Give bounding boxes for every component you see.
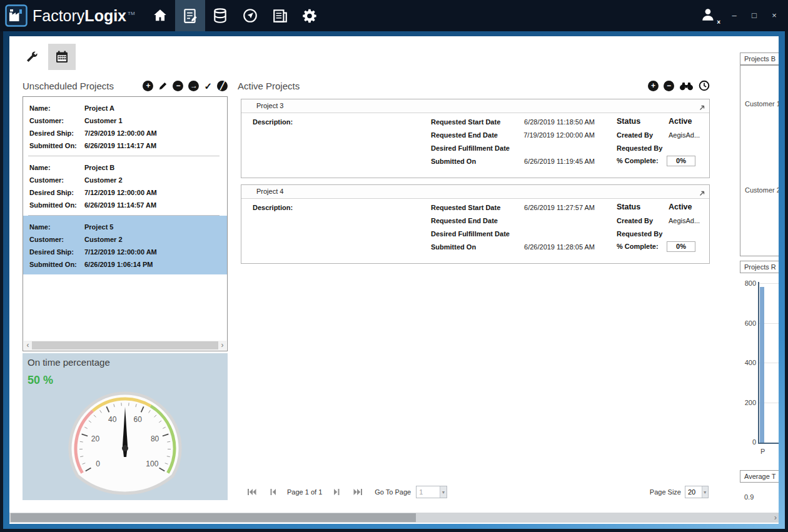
maximize-button[interactable]: □ bbox=[749, 11, 759, 21]
scroll-right-arrow[interactable]: › bbox=[218, 341, 226, 349]
schedule-project-button[interactable]: → bbox=[188, 81, 199, 91]
status-value: Active bbox=[669, 203, 692, 211]
y-tick: 800 bbox=[740, 279, 756, 287]
brand-text: FactoryLogixTM bbox=[33, 7, 135, 25]
prev-page-button[interactable] bbox=[266, 486, 280, 498]
requested-by-label: Requested By bbox=[617, 144, 662, 152]
last-page-icon bbox=[353, 488, 363, 496]
goto-page-combo[interactable]: ▼ bbox=[416, 486, 447, 498]
created-by-value: AegisAd... bbox=[669, 217, 700, 224]
customer-1-label: Customer 1 bbox=[745, 100, 779, 108]
accept-button[interactable]: ✓ bbox=[204, 81, 212, 91]
find-button[interactable] bbox=[679, 81, 694, 91]
average-panel-header[interactable]: Average T bbox=[740, 470, 779, 483]
pct-complete-label: % Complete: bbox=[617, 243, 659, 250]
svg-text:60: 60 bbox=[134, 415, 143, 424]
x-axis bbox=[758, 443, 779, 444]
next-page-button[interactable] bbox=[330, 486, 343, 498]
list-item-project-5-selected[interactable]: Name:Project 5 Customer:Customer 2 Desir… bbox=[23, 216, 227, 274]
list-horizontal-scrollbar[interactable]: ‹ › bbox=[24, 341, 226, 350]
active-title: Active Projects bbox=[238, 81, 300, 91]
requested-start-label: Requested Start Date bbox=[431, 118, 500, 126]
app-root: { "titlebar": { "brand_factory": "Factor… bbox=[0, 0, 788, 532]
submitted-on-label: Submitted On bbox=[431, 158, 476, 165]
nav-database[interactable] bbox=[205, 0, 235, 31]
nav-scheduling[interactable] bbox=[175, 0, 205, 31]
first-page-button[interactable] bbox=[245, 486, 258, 498]
y-tick: 200 bbox=[740, 399, 756, 406]
submitted-on-value: 6/26/2019 11:28:05 AM bbox=[524, 243, 595, 251]
desired-fulfillment-label: Desired Fulfillment Date bbox=[431, 144, 510, 152]
active-toolbar: + − bbox=[648, 80, 710, 91]
scroll-right-arrow[interactable]: › bbox=[774, 513, 777, 523]
status-label: Status bbox=[617, 117, 640, 126]
projects-r-panel-header[interactable]: Projects R bbox=[740, 261, 779, 273]
created-by-value: AegisAd... bbox=[669, 131, 700, 139]
goto-page-input[interactable] bbox=[417, 486, 440, 498]
edit-project-button[interactable] bbox=[158, 81, 168, 91]
calendar-icon bbox=[55, 50, 69, 64]
scrollbar-thumb[interactable] bbox=[32, 341, 218, 349]
app-logo: FactoryLogixTM bbox=[0, 4, 135, 27]
projects-by-panel-header[interactable]: Projects B bbox=[740, 53, 779, 65]
x-axis-label-partial: P bbox=[760, 448, 765, 455]
y-tick: 600 bbox=[740, 319, 756, 327]
next-page-icon bbox=[332, 488, 341, 496]
user-icon bbox=[700, 7, 717, 23]
card-project-name: Project 4 bbox=[256, 188, 283, 195]
desired-fulfillment-label: Desired Fulfillment Date bbox=[431, 230, 510, 238]
requested-end-label: Requested End Date bbox=[431, 131, 498, 139]
news-report-icon bbox=[272, 8, 288, 24]
nav-navigator[interactable] bbox=[235, 0, 265, 31]
svg-text:20: 20 bbox=[91, 434, 100, 443]
svg-text:80: 80 bbox=[151, 434, 159, 443]
pencil-icon bbox=[158, 81, 168, 91]
page-size-combo[interactable]: ▼ bbox=[685, 486, 709, 498]
scrollbar-thumb[interactable] bbox=[11, 513, 416, 522]
requested-end-label: Requested End Date bbox=[431, 217, 498, 224]
history-button[interactable] bbox=[699, 80, 710, 91]
pagination-bar: Page 1 of 1 Go To Page ▼ Page Size ▼ bbox=[241, 485, 710, 499]
add-project-button[interactable]: + bbox=[143, 81, 153, 91]
schedule-form-icon bbox=[182, 8, 198, 24]
chevron-down-icon[interactable]: ▼ bbox=[702, 486, 708, 498]
chevron-down-icon[interactable]: ▼ bbox=[440, 486, 447, 498]
ontime-title: On time percentage bbox=[28, 357, 110, 368]
unscheduled-toolbar: + − → ✓ ╱ bbox=[143, 81, 228, 91]
nav-reports[interactable] bbox=[265, 0, 295, 31]
last-page-button[interactable] bbox=[351, 486, 365, 498]
user-x-badge: × bbox=[717, 19, 720, 26]
nav-home[interactable] bbox=[145, 0, 175, 31]
nav-settings[interactable] bbox=[295, 0, 325, 31]
goto-page-label: Go To Page bbox=[375, 488, 411, 496]
list-item-project-b[interactable]: Name:Project B Customer:Customer 2 Desir… bbox=[23, 156, 227, 215]
factorylogix-logo-icon bbox=[5, 4, 28, 27]
prev-page-icon bbox=[268, 488, 278, 496]
minimize-button[interactable]: – bbox=[729, 11, 739, 21]
page-size-input[interactable] bbox=[685, 486, 702, 498]
card-header: Project 3 bbox=[241, 99, 709, 113]
expand-arrow-icon bbox=[699, 190, 705, 197]
remove-project-button[interactable]: − bbox=[173, 81, 183, 91]
close-button[interactable]: × bbox=[769, 11, 779, 21]
add-active-project-button[interactable]: + bbox=[648, 81, 659, 91]
tab-tools[interactable] bbox=[18, 44, 46, 70]
status-value: Active bbox=[669, 117, 692, 126]
tab-scheduling-calendar[interactable] bbox=[48, 44, 76, 70]
requested-start-value: 6/28/2019 11:18:50 AM bbox=[524, 118, 595, 126]
page-size-label: Page Size bbox=[650, 488, 681, 496]
right-dashboard-column: Projects B Customer 1 Customer 2 Project… bbox=[740, 36, 779, 524]
card-header: Project 4 bbox=[241, 185, 709, 199]
svg-text:100: 100 bbox=[146, 459, 158, 468]
svg-text:0: 0 bbox=[96, 459, 100, 468]
list-item-project-a[interactable]: Name:Project A Customer:Customer 1 Desir… bbox=[23, 97, 227, 156]
decline-button[interactable]: ╱ bbox=[217, 81, 228, 91]
wrench-icon bbox=[25, 50, 39, 64]
main-horizontal-scrollbar[interactable]: › bbox=[9, 513, 779, 523]
scroll-left-arrow[interactable]: ‹ bbox=[24, 341, 32, 349]
logout-user-button[interactable]: × bbox=[700, 7, 719, 24]
requested-start-label: Requested Start Date bbox=[431, 204, 500, 211]
database-icon bbox=[212, 8, 228, 24]
remove-active-project-button[interactable]: − bbox=[664, 81, 674, 91]
main-nav bbox=[145, 0, 325, 31]
